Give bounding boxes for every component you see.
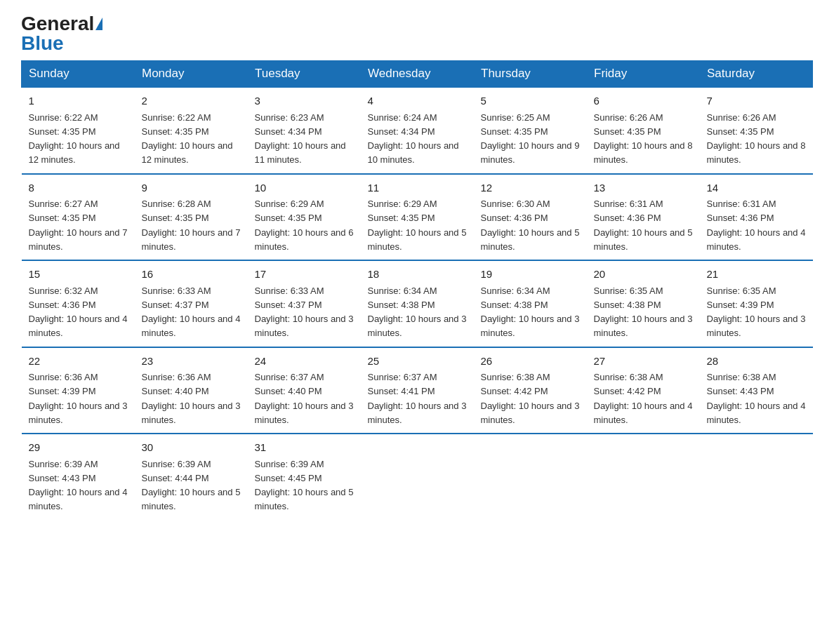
day-number: 16 [142, 267, 241, 283]
calendar-cell [700, 434, 813, 520]
day-number: 4 [368, 93, 467, 109]
calendar-cell [361, 434, 474, 520]
logo: General Blue [21, 14, 102, 53]
logo-triangle-icon [95, 18, 102, 30]
calendar-header-row: SundayMondayTuesdayWednesdayThursdayFrid… [22, 61, 813, 88]
calendar-cell: 23Sunrise: 6:36 AMSunset: 4:40 PMDayligh… [135, 347, 248, 434]
calendar-cell: 10Sunrise: 6:29 AMSunset: 4:35 PMDayligh… [248, 174, 361, 261]
header-thursday: Thursday [474, 61, 587, 88]
calendar-cell [474, 434, 587, 520]
day-number: 13 [594, 180, 693, 196]
day-info: Sunrise: 6:32 AMSunset: 4:36 PMDaylight:… [29, 286, 128, 339]
calendar-cell: 13Sunrise: 6:31 AMSunset: 4:36 PMDayligh… [587, 174, 700, 261]
day-number: 3 [255, 93, 354, 109]
day-number: 21 [707, 267, 806, 283]
header-saturday: Saturday [700, 61, 813, 88]
calendar-cell: 15Sunrise: 6:32 AMSunset: 4:36 PMDayligh… [22, 260, 135, 347]
day-info: Sunrise: 6:36 AMSunset: 4:39 PMDaylight:… [29, 372, 128, 425]
day-info: Sunrise: 6:29 AMSunset: 4:35 PMDaylight:… [255, 199, 354, 252]
day-info: Sunrise: 6:35 AMSunset: 4:38 PMDaylight:… [594, 286, 693, 339]
day-number: 19 [481, 267, 580, 283]
day-info: Sunrise: 6:25 AMSunset: 4:35 PMDaylight:… [481, 112, 580, 166]
header-wednesday: Wednesday [361, 61, 474, 88]
day-info: Sunrise: 6:34 AMSunset: 4:38 PMDaylight:… [481, 286, 580, 339]
calendar-cell: 28Sunrise: 6:38 AMSunset: 4:43 PMDayligh… [700, 347, 813, 434]
calendar-cell: 17Sunrise: 6:33 AMSunset: 4:37 PMDayligh… [248, 260, 361, 347]
day-info: Sunrise: 6:28 AMSunset: 4:35 PMDaylight:… [142, 199, 241, 252]
day-number: 20 [594, 267, 693, 283]
day-number: 28 [707, 354, 806, 370]
day-number: 22 [29, 354, 128, 370]
day-number: 8 [29, 180, 128, 196]
day-info: Sunrise: 6:33 AMSunset: 4:37 PMDaylight:… [142, 286, 241, 339]
day-info: Sunrise: 6:38 AMSunset: 4:43 PMDaylight:… [707, 372, 806, 425]
day-info: Sunrise: 6:38 AMSunset: 4:42 PMDaylight:… [594, 372, 693, 425]
calendar-cell: 31Sunrise: 6:39 AMSunset: 4:45 PMDayligh… [248, 434, 361, 520]
day-info: Sunrise: 6:38 AMSunset: 4:42 PMDaylight:… [481, 372, 580, 425]
day-number: 26 [481, 354, 580, 370]
day-number: 31 [255, 440, 354, 456]
header-tuesday: Tuesday [248, 61, 361, 88]
day-info: Sunrise: 6:33 AMSunset: 4:37 PMDaylight:… [255, 286, 354, 339]
day-info: Sunrise: 6:27 AMSunset: 4:35 PMDaylight:… [29, 199, 128, 252]
logo-blue-text: Blue [21, 34, 64, 53]
day-info: Sunrise: 6:26 AMSunset: 4:35 PMDaylight:… [594, 112, 693, 166]
day-info: Sunrise: 6:39 AMSunset: 4:45 PMDaylight:… [255, 459, 354, 512]
calendar-cell: 24Sunrise: 6:37 AMSunset: 4:40 PMDayligh… [248, 347, 361, 434]
calendar-cell: 18Sunrise: 6:34 AMSunset: 4:38 PMDayligh… [361, 260, 474, 347]
calendar-cell: 29Sunrise: 6:39 AMSunset: 4:43 PMDayligh… [22, 434, 135, 520]
day-info: Sunrise: 6:31 AMSunset: 4:36 PMDaylight:… [707, 199, 806, 252]
week-row-3: 15Sunrise: 6:32 AMSunset: 4:36 PMDayligh… [22, 260, 813, 347]
week-row-5: 29Sunrise: 6:39 AMSunset: 4:43 PMDayligh… [22, 434, 813, 520]
day-number: 10 [255, 180, 354, 196]
calendar-cell: 11Sunrise: 6:29 AMSunset: 4:35 PMDayligh… [361, 174, 474, 261]
day-number: 6 [594, 93, 693, 109]
calendar-cell: 19Sunrise: 6:34 AMSunset: 4:38 PMDayligh… [474, 260, 587, 347]
day-number: 12 [481, 180, 580, 196]
day-number: 11 [368, 180, 467, 196]
calendar-cell: 9Sunrise: 6:28 AMSunset: 4:35 PMDaylight… [135, 174, 248, 261]
calendar-cell: 30Sunrise: 6:39 AMSunset: 4:44 PMDayligh… [135, 434, 248, 520]
calendar-cell: 6Sunrise: 6:26 AMSunset: 4:35 PMDaylight… [587, 87, 700, 174]
calendar-cell: 16Sunrise: 6:33 AMSunset: 4:37 PMDayligh… [135, 260, 248, 347]
calendar-cell: 7Sunrise: 6:26 AMSunset: 4:35 PMDaylight… [700, 87, 813, 174]
page-header: General Blue [21, 14, 813, 53]
day-number: 1 [29, 93, 128, 109]
day-number: 23 [142, 354, 241, 370]
day-number: 17 [255, 267, 354, 283]
day-info: Sunrise: 6:35 AMSunset: 4:39 PMDaylight:… [707, 286, 806, 339]
calendar-cell: 25Sunrise: 6:37 AMSunset: 4:41 PMDayligh… [361, 347, 474, 434]
header-friday: Friday [587, 61, 700, 88]
day-info: Sunrise: 6:37 AMSunset: 4:40 PMDaylight:… [255, 372, 354, 425]
week-row-4: 22Sunrise: 6:36 AMSunset: 4:39 PMDayligh… [22, 347, 813, 434]
day-number: 15 [29, 267, 128, 283]
day-number: 2 [142, 93, 241, 109]
day-number: 18 [368, 267, 467, 283]
day-number: 30 [142, 440, 241, 456]
day-number: 9 [142, 180, 241, 196]
week-row-2: 8Sunrise: 6:27 AMSunset: 4:35 PMDaylight… [22, 174, 813, 261]
calendar-cell: 2Sunrise: 6:22 AMSunset: 4:35 PMDaylight… [135, 87, 248, 174]
calendar-cell: 26Sunrise: 6:38 AMSunset: 4:42 PMDayligh… [474, 347, 587, 434]
day-info: Sunrise: 6:36 AMSunset: 4:40 PMDaylight:… [142, 372, 241, 425]
day-number: 25 [368, 354, 467, 370]
day-info: Sunrise: 6:39 AMSunset: 4:43 PMDaylight:… [29, 459, 128, 512]
day-info: Sunrise: 6:22 AMSunset: 4:35 PMDaylight:… [142, 112, 233, 166]
day-info: Sunrise: 6:31 AMSunset: 4:36 PMDaylight:… [594, 199, 693, 252]
calendar-cell: 4Sunrise: 6:24 AMSunset: 4:34 PMDaylight… [361, 87, 474, 174]
day-info: Sunrise: 6:24 AMSunset: 4:34 PMDaylight:… [368, 112, 459, 166]
calendar-cell: 14Sunrise: 6:31 AMSunset: 4:36 PMDayligh… [700, 174, 813, 261]
day-number: 27 [594, 354, 693, 370]
day-number: 5 [481, 93, 580, 109]
day-info: Sunrise: 6:39 AMSunset: 4:44 PMDaylight:… [142, 459, 241, 512]
calendar-cell: 8Sunrise: 6:27 AMSunset: 4:35 PMDaylight… [22, 174, 135, 261]
logo-general-text: General [21, 14, 94, 34]
day-number: 14 [707, 180, 806, 196]
calendar-cell: 21Sunrise: 6:35 AMSunset: 4:39 PMDayligh… [700, 260, 813, 347]
day-number: 7 [707, 93, 806, 109]
day-number: 24 [255, 354, 354, 370]
calendar-cell: 1Sunrise: 6:22 AMSunset: 4:35 PMDaylight… [22, 87, 135, 174]
header-monday: Monday [135, 61, 248, 88]
calendar-cell: 20Sunrise: 6:35 AMSunset: 4:38 PMDayligh… [587, 260, 700, 347]
calendar-table: SundayMondayTuesdayWednesdayThursdayFrid… [21, 60, 813, 520]
